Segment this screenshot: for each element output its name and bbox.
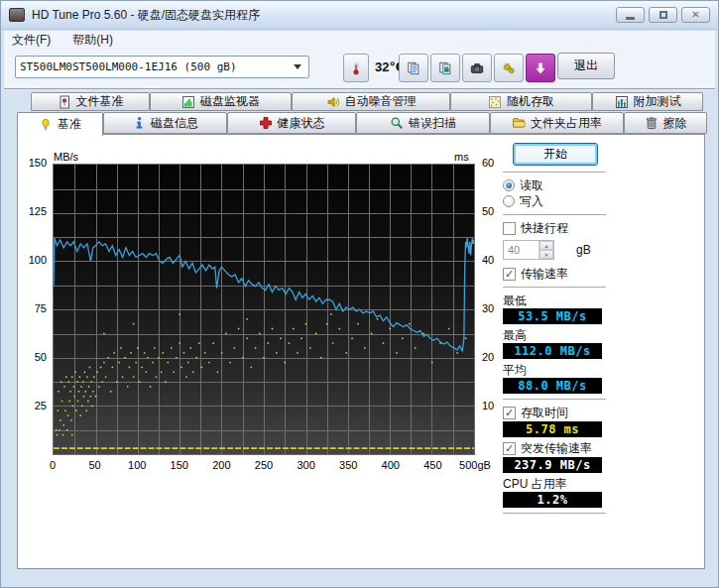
tab-health[interactable]: 健康状态 <box>227 112 356 134</box>
close-icon: ✕ <box>691 10 699 20</box>
drive-select[interactable]: ST500LM0ST500LM000-1EJ16 (500 gB) <box>15 56 309 78</box>
tab-label: 随机存取 <box>507 93 554 110</box>
restore-icon <box>659 11 667 19</box>
tab-label: 基准 <box>58 116 81 133</box>
screenshot-icon <box>470 61 484 75</box>
tab-strip-bottom: 基准 磁盘信息 健康状态 错误扫描 文件夹占用率 擦除 <box>4 112 715 134</box>
stroke-size-input[interactable]: 40 ▲ ▼ <box>503 240 554 260</box>
left-axis-unit-label: MB/s <box>54 151 78 163</box>
short-stroke-label: 快捷行程 <box>521 220 568 237</box>
access-time-label: 存取时间 <box>521 405 568 421</box>
restore-button[interactable] <box>649 7 677 23</box>
burst-rate-display: 237.9 MB/s <box>503 457 602 473</box>
tab-label: 擦除 <box>663 115 687 132</box>
axis-tick-label: 500gB <box>459 459 491 471</box>
axis-tick-label: 400 <box>382 459 400 471</box>
read-radio[interactable]: 读取 <box>503 177 612 193</box>
copy-text-button[interactable] <box>399 54 428 82</box>
disk-monitor-icon <box>181 95 195 109</box>
file-benchmark-icon <box>58 95 71 109</box>
spinner-down-icon[interactable]: ▼ <box>539 250 553 259</box>
tab-erase[interactable]: 擦除 <box>624 112 707 134</box>
update-button[interactable] <box>526 54 555 82</box>
tab-strip-top: 文件基准 磁盘监视器 自动噪音管理 随机存取 附加测试 <box>4 92 715 111</box>
window-title: HD Tune Pro 5.60 - 硬盘/固态硬盘实用程序 <box>32 7 260 24</box>
benchmark-page: MB/s ms 150125100755025 605040302010 050… <box>17 134 705 569</box>
axis-tick-label: 50 <box>35 351 47 363</box>
tab-file-benchmark[interactable]: 文件基准 <box>31 92 150 111</box>
axis-tick-label: 100 <box>128 459 146 471</box>
right-axis-unit-label: ms <box>454 151 469 163</box>
x-axis-ticks: 050100150200250300350400450500gB <box>53 459 475 473</box>
tab-extra-tests[interactable]: 附加测试 <box>592 92 703 111</box>
tab-aam[interactable]: 自动噪音管理 <box>292 92 450 111</box>
copy-text-icon <box>407 61 420 75</box>
separator <box>503 399 606 400</box>
access-time-display: 5.78 ms <box>503 421 602 437</box>
trash-icon <box>645 116 659 130</box>
axis-tick-label: 150 <box>29 157 47 169</box>
short-stroke-checkbox[interactable]: 快捷行程 <box>503 220 612 236</box>
tab-random-access[interactable]: 随机存取 <box>450 92 592 111</box>
exit-button[interactable]: 退出 <box>557 53 615 79</box>
min-speed-label: 最低 <box>503 293 612 307</box>
min-speed-display: 53.5 MB/s <box>503 308 602 324</box>
left-axis-ticks: 150125100755025 <box>18 164 49 455</box>
stroke-size-value: 40 <box>504 241 539 259</box>
burst-rate-checkbox[interactable]: ✓ 突发传输速率 <box>503 440 612 456</box>
menu-help[interactable]: 帮助(H) <box>72 32 113 49</box>
start-button[interactable]: 开始 <box>513 143 598 166</box>
toolbar-buttons <box>399 54 555 82</box>
benchmark-chart: MB/s ms 150125100755025 605040302010 050… <box>18 149 514 476</box>
minimize-icon <box>626 17 635 20</box>
menu-file[interactable]: 文件(F) <box>12 32 51 49</box>
max-speed-label: 最高 <box>503 327 612 342</box>
axis-tick-label: 50 <box>482 205 494 217</box>
avg-speed-display: 88.0 MB/s <box>503 378 602 394</box>
write-radio[interactable]: 写入 <box>503 193 612 209</box>
checkbox-checked-icon: ✓ <box>503 442 516 455</box>
radio-unselected-icon <box>503 195 515 207</box>
axis-tick-label: 125 <box>29 205 47 217</box>
options-button[interactable] <box>494 54 524 82</box>
tab-benchmark[interactable]: 基准 <box>17 112 103 136</box>
tab-label: 文件夹占用率 <box>531 115 602 132</box>
checkbox-unchecked-icon <box>503 222 516 235</box>
dropdown-arrow-icon <box>294 64 301 69</box>
checkbox-checked-icon: ✓ <box>503 268 516 281</box>
tab-folder-usage[interactable]: 文件夹占用率 <box>490 112 624 134</box>
separator <box>503 172 606 173</box>
tab-label: 磁盘监视器 <box>200 93 260 110</box>
close-button[interactable]: ✕ <box>681 7 710 23</box>
write-radio-label: 写入 <box>520 193 543 210</box>
tab-label: 附加测试 <box>634 93 681 110</box>
axis-tick-label: 250 <box>255 459 273 471</box>
spinner-up-icon[interactable]: ▲ <box>539 241 553 250</box>
cpu-usage-display: 1.2% <box>503 492 602 508</box>
minimize-button[interactable] <box>616 7 645 23</box>
separator <box>503 513 606 514</box>
axis-tick-label: 100 <box>29 254 47 266</box>
temperature-button[interactable] <box>343 54 369 82</box>
copy-image-button[interactable] <box>430 54 460 82</box>
axis-tick-label: 25 <box>35 400 47 412</box>
app-window: HD Tune Pro 5.60 - 硬盘/固态硬盘实用程序 ✕ 文件(F) 帮… <box>0 0 719 588</box>
access-time-checkbox[interactable]: ✓ 存取时间 <box>503 405 612 420</box>
transfer-rate-checkbox[interactable]: ✓ 传输速率 <box>503 266 612 282</box>
screenshot-button[interactable] <box>462 54 492 82</box>
tab-disk-info[interactable]: 磁盘信息 <box>103 112 227 134</box>
avg-speed-label: 平均 <box>503 362 612 377</box>
tab-error-scan[interactable]: 错误扫描 <box>356 112 490 134</box>
short-stroke-size-row: 40 ▲ ▼ gB <box>503 240 612 260</box>
axis-tick-label: 10 <box>482 400 494 412</box>
stroke-size-stepper[interactable]: ▲ ▼ <box>539 241 553 259</box>
tab-label: 磁盘信息 <box>151 115 198 132</box>
plot-canvas <box>54 165 474 454</box>
speaker-icon <box>326 95 340 109</box>
extra-tests-icon <box>615 95 629 109</box>
radio-selected-icon <box>503 179 515 191</box>
axis-tick-label: 60 <box>482 157 494 169</box>
tab-disk-monitor[interactable]: 磁盘监视器 <box>150 92 292 111</box>
axis-tick-label: 450 <box>423 459 441 471</box>
toolbar: ST500LM0ST500LM000-1EJ16 (500 gB) 32℃ <box>4 49 715 90</box>
